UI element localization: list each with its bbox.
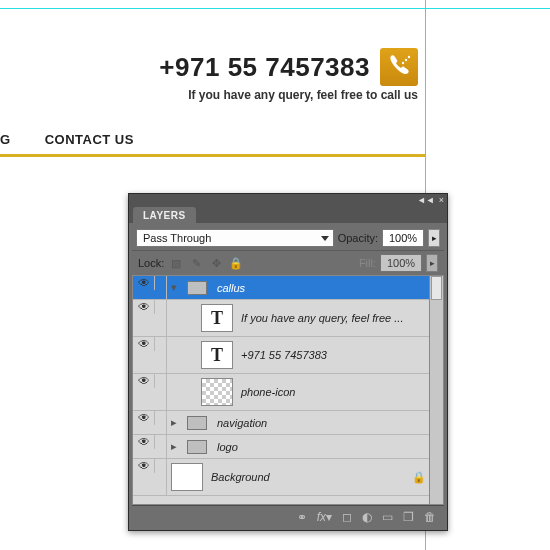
callus-block: +971 55 7457383 If you have any query, f…: [159, 48, 418, 102]
visibility-toggle[interactable]: 👁: [133, 337, 155, 351]
layer-row[interactable]: 👁Background🔒: [133, 459, 429, 496]
opacity-input[interactable]: 100%: [382, 229, 424, 247]
eye-icon: 👁: [138, 411, 150, 425]
layers-scrollbar[interactable]: [429, 276, 443, 504]
visibility-toggle[interactable]: 👁: [133, 300, 155, 314]
chevron-down-icon: [321, 236, 329, 241]
layer-row[interactable]: 👁TIf you have any query, feel free ...: [133, 300, 429, 337]
visibility-toggle[interactable]: 👁: [133, 276, 155, 290]
panel-titlebar[interactable]: ◄◄ ×: [129, 194, 447, 207]
layers-panel: ◄◄ × LAYERS Pass Through Opacity: 100% ▸…: [128, 193, 448, 531]
eye-icon: 👁: [138, 435, 150, 449]
svg-point-0: [405, 59, 407, 61]
link-col: [155, 435, 167, 458]
link-col: [155, 300, 167, 336]
nav-bar: G CONTACT US: [0, 132, 134, 147]
link-col: [155, 276, 167, 299]
fill-input[interactable]: 100%: [380, 254, 422, 272]
layer-name[interactable]: Background: [207, 471, 409, 483]
layer-thumbnail: [171, 463, 203, 491]
svg-point-1: [408, 56, 410, 58]
layer-row[interactable]: 👁phone-icon: [133, 374, 429, 411]
layer-name[interactable]: navigation: [213, 417, 429, 429]
layer-row[interactable]: 👁▾callus: [133, 276, 429, 300]
layer-name[interactable]: phone-icon: [237, 386, 429, 398]
layer-row[interactable]: 👁▸logo: [133, 435, 429, 459]
disclosure-arrow[interactable]: ▸: [167, 440, 181, 453]
visibility-toggle[interactable]: 👁: [133, 374, 155, 388]
lock-icon[interactable]: 🔒: [409, 471, 429, 484]
phone-icon: [380, 48, 418, 86]
eye-icon: 👁: [138, 300, 150, 314]
eye-icon: 👁: [138, 374, 150, 388]
scrollbar-thumb[interactable]: [431, 276, 442, 300]
lock-all-icon[interactable]: 🔒: [228, 255, 244, 271]
fill-flyout[interactable]: ▸: [426, 254, 438, 272]
type-layer-icon: T: [201, 304, 233, 332]
layer-thumbnail: [201, 378, 233, 406]
visibility-toggle[interactable]: 👁: [133, 459, 155, 473]
tab-layers[interactable]: LAYERS: [133, 207, 196, 223]
lock-pixels-icon[interactable]: ✎: [188, 255, 204, 271]
svg-point-2: [402, 62, 404, 64]
visibility-toggle[interactable]: 👁: [133, 411, 155, 425]
folder-icon: [187, 416, 207, 430]
type-layer-icon: T: [201, 341, 233, 369]
layer-row[interactable]: 👁T+971 55 7457383: [133, 337, 429, 374]
link-col: [155, 337, 167, 373]
eye-icon: 👁: [138, 337, 150, 351]
link-col: [155, 374, 167, 410]
phone-number: +971 55 7457383: [159, 52, 370, 83]
layers-list-container: 👁▾callus👁TIf you have any query, feel fr…: [132, 275, 444, 505]
blend-mode-value: Pass Through: [143, 232, 211, 244]
link-col: [155, 411, 167, 434]
nav-underline: [0, 154, 425, 157]
lock-label: Lock:: [138, 257, 164, 269]
lock-position-icon[interactable]: ✥: [208, 255, 224, 271]
collapse-icon[interactable]: ◄◄: [417, 196, 435, 205]
new-group-icon[interactable]: ▭: [382, 510, 393, 524]
close-icon[interactable]: ×: [439, 196, 444, 205]
panel-tabs: LAYERS: [129, 207, 447, 223]
eye-icon: 👁: [138, 459, 150, 473]
fill-label: Fill:: [359, 257, 376, 269]
new-layer-icon[interactable]: ❐: [403, 510, 414, 524]
ruler-guide-horizontal[interactable]: [0, 8, 550, 9]
layer-fx-icon[interactable]: fx▾: [317, 510, 332, 524]
eye-icon: 👁: [138, 276, 150, 290]
blend-mode-select[interactable]: Pass Through: [136, 229, 334, 247]
nav-item-partial[interactable]: G: [0, 132, 11, 147]
folder-icon: [187, 281, 207, 295]
delete-layer-icon[interactable]: 🗑: [424, 510, 436, 524]
layer-row[interactable]: 👁▸navigation: [133, 411, 429, 435]
disclosure-arrow[interactable]: ▸: [167, 416, 181, 429]
layer-name[interactable]: logo: [213, 441, 429, 453]
panel-footer: ⚭ fx▾ ◻ ◐ ▭ ❐ 🗑: [132, 505, 444, 527]
disclosure-arrow[interactable]: ▾: [167, 281, 181, 294]
adjustment-layer-icon[interactable]: ◐: [362, 510, 372, 524]
link-col: [155, 459, 167, 495]
visibility-toggle[interactable]: 👁: [133, 435, 155, 449]
opacity-flyout[interactable]: ▸: [428, 229, 440, 247]
layer-mask-icon[interactable]: ◻: [342, 510, 352, 524]
link-layers-icon[interactable]: ⚭: [297, 510, 307, 524]
layer-name[interactable]: +971 55 7457383: [237, 349, 429, 361]
lock-transparent-icon[interactable]: ▧: [168, 255, 184, 271]
folder-icon: [187, 440, 207, 454]
nav-item-contact[interactable]: CONTACT US: [45, 132, 134, 147]
layer-name[interactable]: If you have any query, feel free ...: [237, 312, 429, 324]
tagline-text: If you have any query, feel free to call…: [159, 88, 418, 102]
opacity-label: Opacity:: [338, 232, 378, 244]
layer-name[interactable]: callus: [213, 282, 429, 294]
